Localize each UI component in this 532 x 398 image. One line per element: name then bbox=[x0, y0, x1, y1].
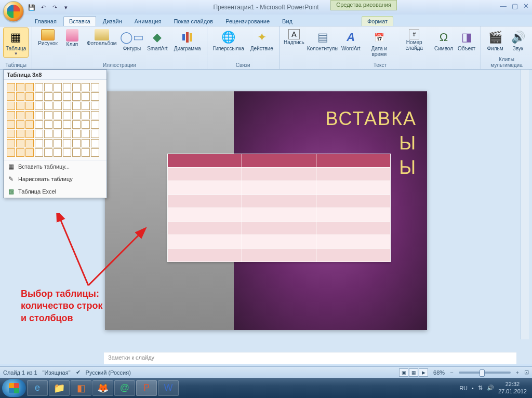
draw-table-item[interactable]: ✎Нарисовать таблицу bbox=[4, 173, 107, 185]
qat-more-icon[interactable]: ▾ bbox=[61, 3, 71, 12]
grid-cell[interactable] bbox=[25, 83, 34, 91]
grid-cell[interactable] bbox=[16, 130, 24, 138]
undo-icon[interactable]: ↶ bbox=[38, 3, 48, 12]
grid-cell[interactable] bbox=[91, 111, 99, 119]
grid-cell[interactable] bbox=[25, 130, 34, 138]
grid-cell[interactable] bbox=[54, 83, 62, 91]
grid-cell[interactable] bbox=[25, 92, 34, 101]
grid-cell[interactable] bbox=[35, 120, 43, 129]
taskbar-explorer[interactable]: 📁 bbox=[49, 380, 70, 396]
fit-window-icon[interactable]: ⊡ bbox=[524, 369, 529, 376]
grid-cell[interactable] bbox=[7, 83, 15, 91]
grid-cell[interactable] bbox=[63, 130, 71, 138]
table-grid-picker[interactable] bbox=[4, 80, 107, 160]
grid-cell[interactable] bbox=[16, 102, 24, 110]
slidenum-button[interactable]: #Номер слайда bbox=[397, 28, 432, 52]
grid-cell[interactable] bbox=[7, 139, 15, 147]
grid-cell[interactable] bbox=[44, 83, 52, 91]
grid-cell[interactable] bbox=[91, 102, 99, 110]
grid-cell[interactable] bbox=[82, 120, 90, 129]
slideshow-view-button[interactable]: ▶ bbox=[419, 368, 428, 377]
grid-cell[interactable] bbox=[82, 130, 90, 138]
grid-cell[interactable] bbox=[44, 102, 52, 110]
sorter-view-button[interactable]: ▦ bbox=[409, 368, 418, 377]
spellcheck-icon[interactable]: ✔ bbox=[76, 369, 81, 376]
save-icon[interactable]: 💾 bbox=[27, 3, 36, 12]
taskbar-mail[interactable]: @ bbox=[114, 380, 135, 396]
object-button[interactable]: ◨Объект bbox=[456, 28, 477, 53]
grid-cell[interactable] bbox=[82, 148, 90, 157]
grid-cell[interactable] bbox=[72, 83, 81, 91]
grid-cell[interactable] bbox=[63, 120, 71, 129]
grid-cell[interactable] bbox=[35, 139, 43, 147]
grid-cell[interactable] bbox=[82, 139, 90, 147]
grid-cell[interactable] bbox=[72, 148, 81, 157]
grid-cell[interactable] bbox=[7, 148, 15, 157]
zoom-in-icon[interactable]: + bbox=[516, 369, 519, 376]
grid-cell[interactable] bbox=[54, 102, 62, 110]
grid-cell[interactable] bbox=[44, 139, 52, 147]
excel-table-item[interactable]: ▩Таблица Excel bbox=[4, 185, 107, 198]
grid-cell[interactable] bbox=[91, 130, 99, 138]
tray-volume-icon[interactable]: 🔊 bbox=[487, 385, 494, 391]
taskbar-word[interactable]: W bbox=[158, 380, 179, 396]
datetime-button[interactable]: 📅Дата и время bbox=[363, 28, 395, 59]
action-button[interactable]: ✦Действие bbox=[248, 28, 276, 53]
grid-cell[interactable] bbox=[82, 102, 90, 110]
grid-cell[interactable] bbox=[16, 92, 24, 101]
inserted-table[interactable] bbox=[167, 154, 391, 262]
tray-network-icon[interactable]: ⇅ bbox=[478, 385, 483, 391]
movie-button[interactable]: 🎬Фильм bbox=[484, 28, 506, 53]
start-button[interactable] bbox=[2, 379, 26, 397]
grid-cell[interactable] bbox=[35, 83, 43, 91]
grid-cell[interactable] bbox=[63, 139, 71, 147]
tab-review[interactable]: Рецензирование bbox=[220, 16, 275, 26]
tab-animation[interactable]: Анимация bbox=[129, 16, 167, 26]
grid-cell[interactable] bbox=[72, 111, 81, 119]
grid-cell[interactable] bbox=[7, 92, 15, 101]
grid-cell[interactable] bbox=[7, 130, 15, 138]
grid-cell[interactable] bbox=[63, 148, 71, 157]
picture-button[interactable]: Рисунок bbox=[35, 28, 60, 48]
grid-cell[interactable] bbox=[54, 92, 62, 101]
grid-cell[interactable] bbox=[25, 102, 34, 110]
grid-cell[interactable] bbox=[91, 120, 99, 129]
close-icon[interactable]: ✕ bbox=[523, 2, 529, 10]
wordart-button[interactable]: AWordArt bbox=[340, 28, 362, 53]
album-button[interactable]: Фотоальбом bbox=[84, 28, 119, 48]
maximize-icon[interactable]: ▢ bbox=[512, 2, 518, 10]
insert-table-item[interactable]: ▦Вставить таблицу... bbox=[4, 160, 107, 173]
headerfooter-button[interactable]: ▤Колонтитулы bbox=[307, 28, 339, 53]
language-status[interactable]: Русский (Россия) bbox=[86, 369, 131, 376]
grid-cell[interactable] bbox=[54, 139, 62, 147]
grid-cell[interactable] bbox=[44, 130, 52, 138]
grid-cell[interactable] bbox=[91, 139, 99, 147]
zoom-slider[interactable] bbox=[459, 372, 511, 374]
grid-cell[interactable] bbox=[91, 148, 99, 157]
redo-icon[interactable]: ↷ bbox=[50, 3, 59, 12]
vertical-scrollbar[interactable] bbox=[521, 70, 529, 339]
zoom-out-icon[interactable]: − bbox=[450, 369, 453, 376]
hyperlink-button[interactable]: 🌐Гиперссылка bbox=[210, 28, 247, 53]
grid-cell[interactable] bbox=[44, 148, 52, 157]
grid-cell[interactable] bbox=[63, 92, 71, 101]
symbol-button[interactable]: ΩСимвол bbox=[433, 28, 455, 53]
grid-cell[interactable] bbox=[44, 92, 52, 101]
chart-button[interactable]: Диаграмма bbox=[171, 28, 204, 53]
grid-cell[interactable] bbox=[72, 139, 81, 147]
tray-clock[interactable]: 22:32 27.01.2012 bbox=[498, 381, 527, 394]
grid-cell[interactable] bbox=[63, 83, 71, 91]
tray-flag-icon[interactable]: ▪ bbox=[472, 385, 474, 391]
grid-cell[interactable] bbox=[54, 130, 62, 138]
grid-cell[interactable] bbox=[44, 111, 52, 119]
taskbar-ie[interactable]: e bbox=[27, 380, 48, 396]
clip-button[interactable]: Клип bbox=[61, 28, 83, 49]
grid-cell[interactable] bbox=[72, 92, 81, 101]
office-button[interactable] bbox=[3, 1, 24, 22]
grid-cell[interactable] bbox=[82, 92, 90, 101]
slide-canvas[interactable]: ВСТАВКА Ы Ы bbox=[105, 91, 427, 330]
grid-cell[interactable] bbox=[35, 92, 43, 101]
tab-home[interactable]: Главная bbox=[29, 16, 62, 26]
grid-cell[interactable] bbox=[82, 83, 90, 91]
grid-cell[interactable] bbox=[16, 139, 24, 147]
